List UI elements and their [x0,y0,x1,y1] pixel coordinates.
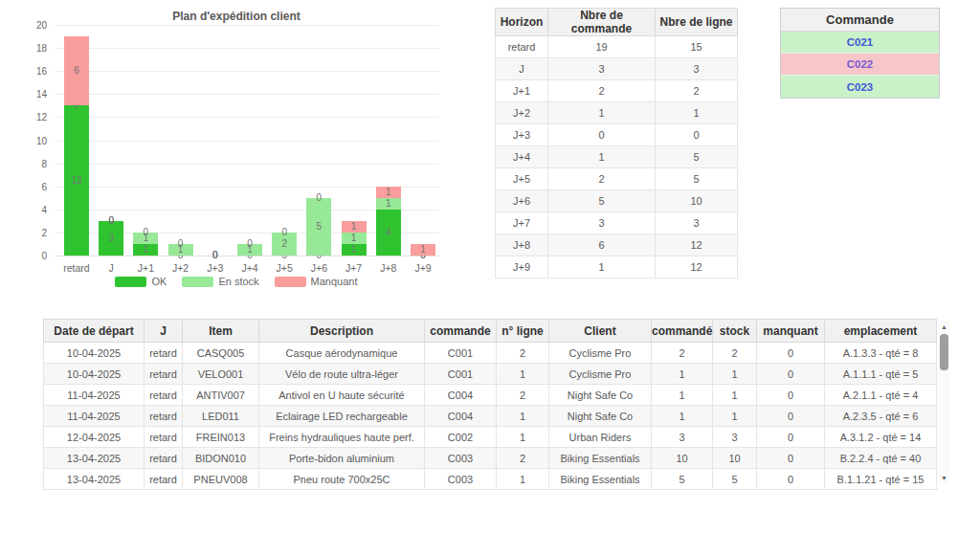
scroll-down-icon[interactable]: ▼ [938,472,950,483]
shipment-detail-table: Date de départJItemDescriptioncommanden°… [43,319,936,490]
table-cell: 5 [656,168,738,190]
table-cell: A.3.1.2 - qté = 14 [825,427,937,448]
table-cell: 1 [497,364,549,385]
column-header-horizon: Horizon [496,9,548,36]
table-cell: 1 [548,256,656,278]
table-cell: C003 [425,448,497,469]
table-cell: 13-04-2025 [44,469,145,490]
table-cell: 2 [497,385,549,406]
table-cell: C002 [425,427,497,448]
table-cell: 5 [713,469,757,490]
scroll-up-icon[interactable]: ▲ [938,321,950,332]
table-cell: A.1.3.3 - qté = 8 [825,343,937,364]
gridline [55,117,439,118]
table-cell: Pneu route 700x25C [259,469,425,490]
bar-value-label: 0 [306,193,331,203]
table-cell: 10-04-2025 [44,364,145,385]
table-cell: 3 [656,58,738,80]
table-cell: J+7 [496,212,548,234]
table-cell: C004 [425,385,497,406]
y-axis-tick: 10 [12,135,47,145]
y-axis-tick: 2 [12,227,47,237]
bar-value-label: 1 [376,188,401,197]
table-cell: 0 [757,343,825,364]
column-header-client: Client [549,320,652,343]
table-cell: 2 [656,80,738,102]
table-cell: Cyclisme Pro [549,343,652,364]
table-cell: J+5 [496,168,548,190]
legend-item-ok[interactable]: OK [115,276,167,287]
table-cell: 13-04-2025 [44,448,145,469]
table-cell: 10-04-2025 [44,343,145,364]
gridline [55,164,439,165]
commande-row-c022: C022 [781,54,939,76]
table-row: 11-04-2025retardLED011Eclairage LED rech… [44,406,937,427]
table-cell: retard [496,36,548,58]
table-cell: C001 [425,364,497,385]
column-header-stock: stock [713,320,757,343]
header-row: Date de départJItemDescriptioncommanden°… [44,320,937,343]
table-cell: 2 [497,343,549,364]
column-header-description: Description [259,320,425,343]
gridline [55,141,439,142]
table-cell: J+2 [496,102,548,124]
scrollbar-thumb[interactable] [940,334,948,370]
legend-label: En stock [218,276,258,287]
table-cell: 5 [652,469,713,490]
y-axis-tick: 12 [12,112,47,122]
table-cell: 1 [713,364,757,385]
table-cell: 11-04-2025 [44,385,145,406]
table-row: 10-04-2025retardVELO001Vélo de route ult… [44,364,937,385]
table-cell: BIDON010 [183,448,259,469]
table-cell: J+8 [496,234,548,256]
table-cell: J [496,58,548,80]
table-cell: retard [145,364,183,385]
commande-row-c023: C023 [781,76,939,98]
table-row: 13-04-2025retardPNEUV008Pneu route 700x2… [44,469,937,490]
table-cell: A.2.1.1 - qté = 4 [825,385,937,406]
table-cell: 2 [497,448,549,469]
table-cell: 1 [652,406,713,427]
table-cell: C004 [425,406,497,427]
table-row: 12-04-2025retardFREIN013Freins hydrauliq… [44,427,937,448]
legend-item-en-stock[interactable]: En stock [182,276,258,287]
table-cell: 0 [548,124,656,146]
bar-value-label: 1 [411,245,435,255]
column-header-manquant: manquant [757,320,825,343]
table-cell: 12-04-2025 [44,427,145,448]
table-cell: 0 [656,124,738,146]
table-cell: PNEUV008 [183,469,259,490]
commande-link-c022[interactable]: C022 [847,58,874,70]
legend-item-manquant[interactable]: Manquant [275,276,358,287]
legend-swatch-en-stock [182,277,213,287]
table-cell: 2 [713,343,757,364]
chart-legend: OKEn stockManquant [8,276,465,287]
chart-plot-area: 024681012141618201306retard300J110J+1010… [55,25,439,256]
gridline [55,71,439,72]
table-cell: 15 [656,36,738,58]
table-cell: 5 [548,190,656,212]
gridline [55,94,439,95]
commande-row-c021: C021 [781,32,939,54]
table-cell: ANTIV007 [183,385,259,406]
table-cell: 1 [713,385,757,406]
bar-value-label: 0 [99,216,123,226]
table-row: retard1915 [496,36,738,58]
legend-swatch-ok [115,277,146,287]
table-cell: 12 [656,234,738,256]
table-cell: C001 [425,343,497,364]
table-cell: 3 [548,212,656,234]
table-cell: J+1 [496,80,548,102]
table-cell: Casque aérodynamique [259,343,425,364]
commande-link-c023[interactable]: C023 [847,81,874,93]
bar-value-label: 4 [376,228,401,237]
table-row: J+9112 [496,256,738,278]
table-cell: 0 [757,469,825,490]
table-cell: VELO001 [183,364,259,385]
table-cell: 10 [652,448,713,469]
commande-link-c021[interactable]: C021 [847,36,874,48]
table-cell: retard [145,406,183,427]
table-scrollbar[interactable]: ▲ ▼ [938,321,950,483]
table-row: 10-04-2025retardCASQ005Casque aérodynami… [44,343,937,364]
table-row: J+122 [496,80,738,102]
